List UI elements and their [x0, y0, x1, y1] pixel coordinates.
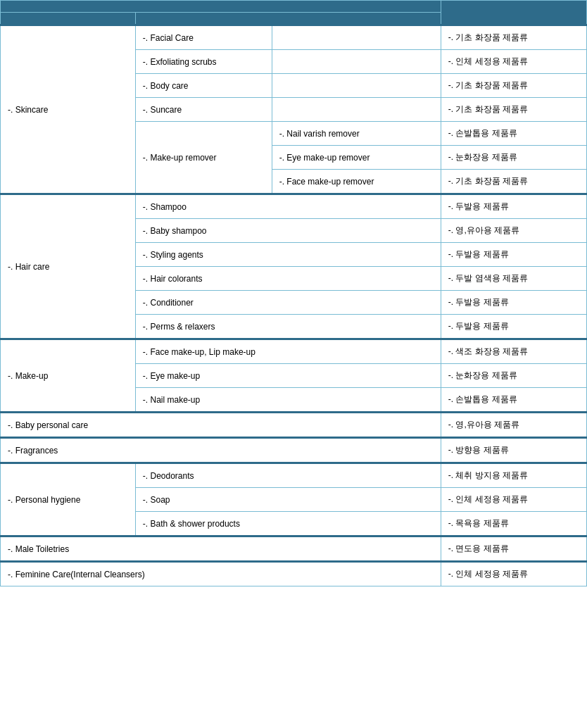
subtype-cell: -. Bath & shower products [135, 512, 441, 536]
type-cell: -. Make-up [1, 339, 136, 413]
table-row: -. Personal hygiene-. Deodorants-. 체취 방지… [1, 463, 587, 488]
subtype-cell: -. Baby shampoo [135, 219, 441, 243]
datamonitor-header [1, 1, 441, 13]
subtype-cell: -. Facial Care [135, 25, 272, 50]
type-cell: -. Fragrances [1, 438, 441, 463]
table-row: -. Hair care-. Shampoo-. 두발용 제품류 [1, 194, 587, 219]
subsub-cell: -. Face make-up remover [272, 170, 441, 194]
kr-header [441, 1, 586, 25]
table-row: -. Feminine Care(Internal Cleansers)-. 인… [1, 562, 587, 586]
type-cell: -. Male Toiletries [1, 536, 441, 562]
kr-cell: -. 손발톱용 제품류 [441, 122, 586, 146]
kr-cell: -. 기초 화장품 제품류 [441, 25, 586, 50]
subtype-cell: -. Soap [135, 488, 441, 512]
table-row: -. Skincare-. Facial Care-. 기초 화장품 제품류 [1, 25, 587, 50]
table-row: -. Make-up-. Face make-up, Lip make-up-.… [1, 339, 587, 364]
subtype-header [135, 13, 441, 25]
subsub-cell: -. Eye make-up remover [272, 146, 441, 170]
kr-cell: -. 면도용 제품류 [441, 536, 586, 562]
kr-cell: -. 눈화장용 제품류 [441, 146, 586, 170]
kr-cell: -. 기초 화장품 제품류 [441, 74, 586, 98]
table-row: -. Male Toiletries-. 면도용 제품류 [1, 536, 587, 562]
kr-cell: -. 기초 화장품 제품류 [441, 170, 586, 194]
subtype-cell: -. Shampoo [135, 194, 441, 219]
type-cell: -. Skincare [1, 25, 136, 194]
subsub-cell [272, 25, 441, 50]
subtype-cell: -. Hair colorants [135, 267, 441, 291]
type-header [1, 13, 136, 25]
subtype-cell: -. Conditioner [135, 291, 441, 315]
kr-cell: -. 영,유아용 제품류 [441, 219, 586, 243]
subsub-cell [272, 98, 441, 122]
kr-cell: -. 두발용 제품류 [441, 315, 586, 339]
main-table: -. Skincare-. Facial Care-. 기초 화장품 제품류-.… [0, 0, 587, 586]
kr-cell: -. 두발 염색용 제품류 [441, 267, 586, 291]
type-cell: -. Personal hygiene [1, 463, 136, 536]
subtype-cell: -. Exfoliating scrubs [135, 50, 272, 74]
subtype-cell: -. Body care [135, 74, 272, 98]
kr-cell: -. 인체 세정용 제품류 [441, 488, 586, 512]
kr-cell: -. 색조 화장용 제품류 [441, 339, 586, 364]
kr-cell: -. 기초 화장품 제품류 [441, 98, 586, 122]
kr-cell: -. 영,유아용 제품류 [441, 413, 586, 438]
subtype-cell: -. Nail make-up [135, 388, 441, 413]
table-row: -. Baby personal care-. 영,유아용 제품류 [1, 413, 587, 438]
type-cell: -. Baby personal care [1, 413, 441, 438]
subtype-cell: -. Face make-up, Lip make-up [135, 339, 441, 364]
subsub-cell [272, 50, 441, 74]
subtype-cell: -. Deodorants [135, 463, 441, 488]
kr-cell: -. 손발톱용 제품류 [441, 388, 586, 413]
kr-cell: -. 체취 방지용 제품류 [441, 463, 586, 488]
kr-cell: -. 두발용 제품류 [441, 194, 586, 219]
subtype-cell: -. Eye make-up [135, 364, 441, 388]
type-cell: -. Hair care [1, 194, 136, 339]
subtype-cell: -. Suncare [135, 98, 272, 122]
subtype-cell: -. Make-up remover [135, 122, 272, 194]
type-cell: -. Feminine Care(Internal Cleansers) [1, 562, 441, 586]
subsub-cell: -. Nail varish remover [272, 122, 441, 146]
subsub-cell [272, 74, 441, 98]
subtype-cell: -. Styling agents [135, 243, 441, 267]
kr-cell: -. 두발용 제품류 [441, 291, 586, 315]
kr-cell: -. 인체 세정용 제품류 [441, 50, 586, 74]
table-row: -. Fragrances-. 방향용 제품류 [1, 438, 587, 463]
subtype-cell: -. Perms & relaxers [135, 315, 441, 339]
kr-cell: -. 인체 세정용 제품류 [441, 562, 586, 586]
kr-cell: -. 두발용 제품류 [441, 243, 586, 267]
kr-cell: -. 목욕용 제품류 [441, 512, 586, 536]
kr-cell: -. 방향용 제품류 [441, 438, 586, 463]
kr-cell: -. 눈화장용 제품류 [441, 364, 586, 388]
